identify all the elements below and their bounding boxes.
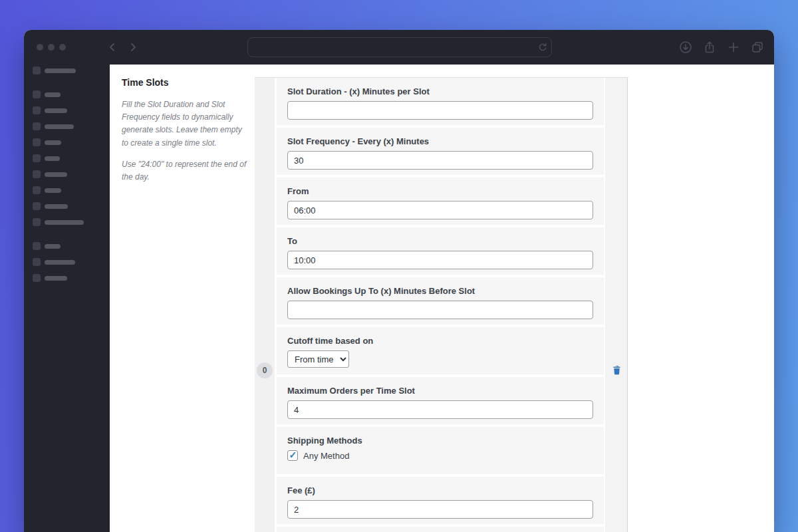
browser-toolbar — [24, 30, 774, 65]
menu-icon-placeholder — [33, 106, 41, 114]
sidebar-menu-item-placeholder[interactable] — [33, 154, 110, 162]
menu-label-placeholder — [45, 220, 84, 225]
traffic-lights — [37, 44, 66, 51]
menu-icon-placeholder — [33, 274, 41, 282]
menu-icon-placeholder — [33, 66, 41, 74]
browser-window: Time Slots Fill the Slot Duration and Sl… — [24, 30, 774, 532]
sidebar-menu-item-placeholder[interactable] — [33, 202, 110, 210]
checkbox-label: Any Method — [303, 451, 349, 461]
menu-label-placeholder — [45, 124, 74, 129]
slot-fields-column: Slot Duration - (x) Minutes per Slot Slo… — [277, 78, 604, 532]
sidebar-menu-item-placeholder[interactable] — [33, 170, 110, 178]
field-label: Cutoff time based on — [287, 336, 593, 346]
field-group-next-partial — [277, 527, 604, 532]
menu-label-placeholder — [45, 68, 76, 73]
field-label: To — [287, 236, 593, 246]
row-actions-column — [605, 78, 628, 532]
field-group-slot-frequency: Slot Frequency - Every (x) Minutes — [277, 128, 604, 175]
menu-icon-placeholder — [33, 170, 41, 178]
menu-icon-placeholder — [33, 258, 41, 266]
share-icon[interactable] — [703, 41, 716, 54]
sidebar-menu-item-placeholder[interactable] — [33, 106, 110, 114]
trash-icon[interactable] — [610, 364, 622, 376]
menu-label-placeholder — [45, 156, 60, 161]
reload-icon[interactable] — [537, 42, 548, 55]
section-explainer: Time Slots Fill the Slot Duration and Sl… — [122, 77, 248, 192]
new-tab-icon[interactable] — [727, 41, 740, 54]
window-minimize-icon[interactable] — [48, 44, 55, 51]
menu-label-placeholder — [45, 260, 75, 265]
field-group-shipping-methods: Shipping Methods Any Method — [277, 427, 604, 474]
forward-icon[interactable] — [128, 43, 138, 52]
field-group-cutoff-basis: Cutoff time based on From time — [277, 327, 604, 374]
fee-input[interactable] — [287, 500, 593, 519]
section-title: Time Slots — [122, 77, 248, 88]
menu-label-placeholder — [45, 244, 61, 249]
address-bar[interactable] — [247, 37, 552, 57]
toolbar-actions — [679, 41, 764, 54]
field-group-from: From — [277, 178, 604, 225]
menu-label-placeholder — [45, 188, 61, 193]
section-description-2: Use "24:00" to represent the end of the … — [122, 158, 248, 184]
slot-duration-input[interactable] — [287, 101, 593, 120]
menu-icon-placeholder — [33, 218, 41, 226]
field-group-max-orders: Maximum Orders per Time Slot — [277, 377, 604, 424]
menu-label-placeholder — [45, 108, 67, 113]
download-icon[interactable] — [679, 41, 692, 54]
row-index-badge: 0 — [257, 362, 273, 378]
max-orders-input[interactable] — [287, 400, 593, 419]
window-zoom-icon[interactable] — [59, 44, 66, 51]
field-label: Shipping Methods — [287, 436, 593, 446]
field-label: Fee (£) — [287, 485, 593, 495]
menu-icon-placeholder — [33, 154, 41, 162]
row-index-column: 0 — [255, 78, 275, 532]
field-group-booking-cutoff: Allow Bookings Up To (x) Minutes Before … — [277, 277, 604, 325]
from-time-input[interactable] — [287, 201, 593, 219]
sidebar-menu-item-placeholder[interactable] — [33, 122, 110, 130]
field-label: Slot Duration - (x) Minutes per Slot — [287, 86, 593, 96]
sidebar-menu-item-placeholder[interactable] — [33, 258, 110, 266]
to-time-input[interactable] — [287, 251, 593, 269]
admin-sidebar — [24, 65, 110, 532]
any-method-checkbox[interactable] — [287, 450, 298, 461]
back-icon[interactable] — [108, 43, 117, 52]
cutoff-basis-select[interactable]: From time — [287, 350, 349, 368]
field-group-slot-duration: Slot Duration - (x) Minutes per Slot — [277, 78, 604, 125]
field-label: From — [287, 186, 593, 196]
window-close-icon[interactable] — [37, 44, 43, 51]
menu-icon-placeholder — [33, 138, 41, 146]
menu-label-placeholder — [45, 140, 61, 145]
menu-label-placeholder — [45, 204, 68, 209]
menu-icon-placeholder — [33, 90, 41, 98]
menu-label-placeholder — [45, 172, 67, 177]
sidebar-menu-item-placeholder[interactable] — [33, 242, 110, 250]
menu-icon-placeholder — [33, 186, 41, 194]
section-description-1: Fill the Slot Duration and Slot Frequenc… — [122, 98, 248, 150]
field-group-fee: Fee (£) — [277, 477, 604, 524]
sidebar-menu-item-placeholder[interactable] — [33, 90, 110, 98]
menu-icon-placeholder — [33, 202, 41, 210]
menu-icon-placeholder — [33, 242, 41, 250]
sidebar-menu-item-placeholder[interactable] — [33, 66, 110, 74]
menu-label-placeholder — [45, 92, 61, 97]
shipping-method-option: Any Method — [287, 450, 593, 461]
field-group-to: To — [277, 227, 604, 275]
tabs-icon[interactable] — [751, 41, 764, 54]
minutes-before-slot-input[interactable] — [287, 301, 593, 319]
slot-frequency-input[interactable] — [287, 151, 593, 170]
menu-label-placeholder — [45, 276, 67, 281]
menu-icon-placeholder — [33, 122, 41, 130]
field-label: Allow Bookings Up To (x) Minutes Before … — [287, 286, 593, 296]
sidebar-menu-item-placeholder[interactable] — [33, 218, 110, 226]
time-slot-row: 0 Slot Duration - (x) Minutes per Slot S… — [255, 77, 628, 532]
sidebar-menu-item-placeholder[interactable] — [33, 186, 110, 194]
field-label: Maximum Orders per Time Slot — [287, 386, 593, 396]
sidebar-menu-item-placeholder[interactable] — [33, 274, 110, 282]
sidebar-menu-item-placeholder[interactable] — [33, 138, 110, 146]
field-label: Slot Frequency - Every (x) Minutes — [287, 136, 593, 146]
page-content: Time Slots Fill the Slot Duration and Sl… — [110, 65, 774, 532]
